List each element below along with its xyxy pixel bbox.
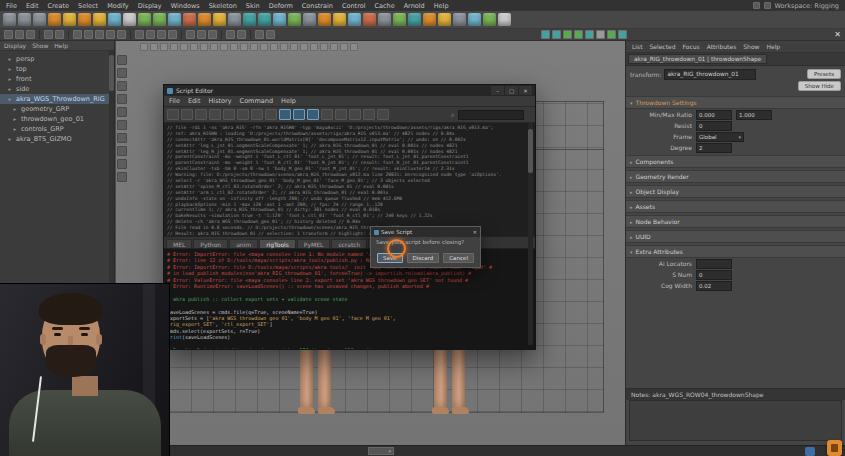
connection-editor-icon[interactable] bbox=[318, 13, 331, 26]
section-header-open[interactable]: ▾ Throwdown Settings bbox=[626, 96, 845, 109]
skin-bind-icon[interactable] bbox=[198, 13, 211, 26]
ae-menu-show[interactable]: Show bbox=[743, 43, 759, 50]
section-assets[interactable]: ▸Assets bbox=[626, 200, 845, 213]
poly-cube-icon[interactable] bbox=[18, 13, 31, 26]
workspace-label[interactable]: Workspace: Rigging bbox=[775, 2, 839, 10]
notes-header[interactable]: Notes: akra_WGS_ROW04_throwdownShape bbox=[626, 388, 845, 400]
custom-tool-icon[interactable] bbox=[117, 172, 127, 182]
script-editor-scrollbar-thumb[interactable] bbox=[528, 129, 533, 173]
render-settings-icon[interactable] bbox=[168, 30, 177, 39]
outliner-item-controls-grp[interactable]: ▸controls_GRP bbox=[0, 124, 114, 134]
script-tab-anim[interactable]: anim bbox=[229, 239, 258, 248]
scale-tool-icon[interactable] bbox=[117, 120, 127, 130]
anim-prefs-icon[interactable] bbox=[255, 30, 264, 39]
copy-icon[interactable] bbox=[223, 109, 235, 120]
pose-library-icon[interactable] bbox=[453, 13, 466, 26]
ik-handle-icon[interactable] bbox=[63, 13, 76, 26]
snap-view-icon[interactable] bbox=[106, 30, 115, 39]
save-script-icon[interactable] bbox=[195, 109, 207, 120]
expand-arrow-icon[interactable]: ▸ bbox=[7, 96, 13, 102]
motion-blur-icon[interactable] bbox=[340, 43, 348, 51]
script-tab-rigtools[interactable]: rigTools bbox=[259, 239, 296, 248]
select-object-icon[interactable] bbox=[197, 30, 206, 39]
paint-weights-icon[interactable] bbox=[213, 13, 226, 26]
shadows-icon[interactable] bbox=[320, 43, 328, 51]
layout-icon[interactable] bbox=[764, 2, 771, 9]
se-menu-history[interactable]: History bbox=[208, 97, 231, 105]
section-extra-attributes[interactable]: ▾ Extra Attributes bbox=[626, 245, 845, 258]
lasso-tool-icon[interactable] bbox=[117, 68, 127, 78]
dialog-close-icon[interactable]: ✕ bbox=[473, 229, 477, 235]
delete-history-icon[interactable] bbox=[393, 13, 406, 26]
dialog-titlebar[interactable]: Save Script ✕ bbox=[371, 227, 480, 237]
textured-mode-icon[interactable] bbox=[300, 43, 308, 51]
node-editor-icon[interactable] bbox=[303, 13, 316, 26]
menu-windows[interactable]: Windows bbox=[171, 2, 200, 10]
outliner-item-geometry-grp[interactable]: ▸geometry_GRP bbox=[0, 104, 114, 114]
attribute-value-field[interactable]: 0 bbox=[696, 121, 732, 131]
ipr-render-icon[interactable] bbox=[157, 30, 166, 39]
expand-arrow-icon[interactable]: ▸ bbox=[12, 116, 18, 122]
cancel-button[interactable]: Cancel bbox=[443, 253, 474, 263]
section-geometry-render[interactable]: ▸Geometry Render bbox=[626, 170, 845, 183]
outliner-item-akra-bts-gizmo[interactable]: ▸akra_BTS_GIZMO bbox=[0, 134, 114, 144]
camera-names-icon[interactable] bbox=[585, 30, 594, 39]
attribute-value-field[interactable] bbox=[696, 259, 732, 269]
se-menu-file[interactable]: File bbox=[169, 97, 180, 105]
image-plane-icon[interactable] bbox=[180, 43, 188, 51]
expand-arrow-icon[interactable]: ▸ bbox=[12, 106, 18, 112]
scene-save-icon[interactable] bbox=[26, 30, 35, 39]
clear-history-icon[interactable] bbox=[321, 109, 333, 120]
resolution-gate-icon[interactable] bbox=[220, 43, 228, 51]
show-manipulator-icon[interactable] bbox=[117, 159, 127, 169]
redo-icon[interactable] bbox=[55, 30, 64, 39]
attribute-value-field[interactable]: 2 bbox=[696, 143, 732, 153]
ae-menu-selected[interactable]: Selected bbox=[650, 43, 676, 50]
menu-display[interactable]: Display bbox=[138, 2, 162, 10]
expand-arrow-icon[interactable]: ▸ bbox=[7, 66, 13, 72]
wireframe-mode-icon[interactable] bbox=[280, 43, 288, 51]
outliner-menu-help[interactable]: Help bbox=[54, 42, 68, 49]
safe-action-icon[interactable] bbox=[250, 43, 258, 51]
outliner-item-side[interactable]: ▸side bbox=[0, 84, 114, 94]
menu-cache[interactable]: Cache bbox=[374, 2, 394, 10]
presets-button[interactable]: Presets bbox=[807, 69, 841, 79]
se-menu-help[interactable]: Help bbox=[281, 97, 296, 105]
select-hierarchy-icon[interactable] bbox=[186, 30, 195, 39]
outliner-item-top[interactable]: ▸top bbox=[0, 64, 114, 74]
grid-toggle-icon[interactable] bbox=[200, 43, 208, 51]
lattice-icon[interactable] bbox=[153, 13, 166, 26]
soft-mod-tool-icon[interactable] bbox=[117, 146, 127, 156]
execute-line-icon[interactable] bbox=[363, 109, 375, 120]
node-name-field[interactable]: akra_RIG_throwdown_01 bbox=[664, 69, 756, 80]
constraint-parent-icon[interactable] bbox=[243, 13, 256, 26]
show-stack-trace-icon[interactable] bbox=[307, 109, 319, 120]
outliner-menu-display[interactable]: Display bbox=[4, 42, 26, 49]
orient-joint-icon[interactable] bbox=[78, 13, 91, 26]
control-circle-icon[interactable] bbox=[348, 13, 361, 26]
show-hide-button[interactable]: Show Hide bbox=[798, 81, 841, 91]
color-override-icon[interactable] bbox=[363, 13, 376, 26]
outliner-scrollbar-thumb[interactable] bbox=[109, 55, 114, 91]
wrap-deformer-icon[interactable] bbox=[168, 13, 181, 26]
menu-help[interactable]: Help bbox=[434, 2, 449, 10]
outliner-item-persp[interactable]: ▸persp bbox=[0, 54, 114, 64]
section-object-display[interactable]: ▸Object Display bbox=[626, 185, 845, 198]
attribute-editor-tab[interactable]: akra_RIG_throwdown_01 | throwdownShape bbox=[628, 54, 767, 64]
screen-ao-icon[interactable] bbox=[330, 43, 338, 51]
menu-create[interactable]: Create bbox=[47, 2, 69, 10]
snap-grid-icon[interactable] bbox=[73, 30, 82, 39]
menu-edit[interactable]: Edit bbox=[26, 2, 39, 10]
section-node-behavior[interactable]: ▸Node Behavior bbox=[626, 215, 845, 228]
attribute-dropdown[interactable]: Global▾ bbox=[696, 132, 744, 142]
snap-curve-icon[interactable] bbox=[84, 30, 93, 39]
shaded-mode-icon[interactable] bbox=[290, 43, 298, 51]
wireframe-on-shaded-icon[interactable] bbox=[541, 30, 550, 39]
attribute-value-field[interactable]: 0.02 bbox=[696, 281, 732, 291]
gate-mask-icon[interactable] bbox=[230, 43, 238, 51]
expand-arrow-icon[interactable]: ▸ bbox=[7, 136, 13, 142]
show-line-numbers-icon[interactable] bbox=[293, 109, 305, 120]
paint-select-tool-icon[interactable] bbox=[117, 81, 127, 91]
script-editor-launch-icon[interactable] bbox=[805, 447, 815, 456]
snap-plane-icon[interactable] bbox=[117, 30, 126, 39]
